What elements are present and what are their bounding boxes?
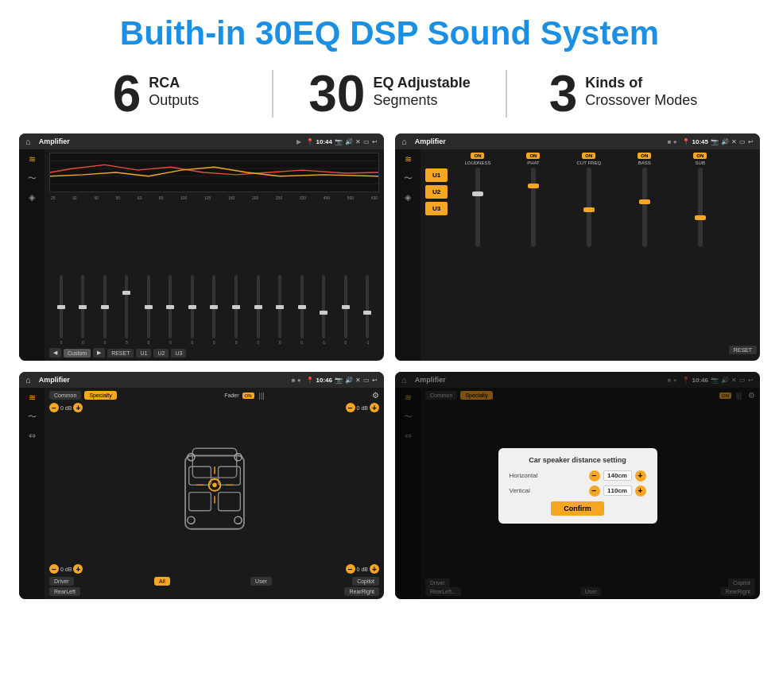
eq-freq-labels: 25 32 40 50 63 80 100 125 160 200 250 32… (49, 195, 379, 200)
u1-mixer-btn[interactable]: U1 (425, 168, 448, 182)
phat-toggle[interactable]: ON (526, 153, 540, 159)
speaker-top-bar: Common Specialty Fader ON ||| ⚙ (49, 391, 379, 400)
stat-number-rca: 6 (113, 68, 141, 119)
horizontal-minus-btn[interactable]: − (589, 470, 600, 481)
play-btn[interactable]: ▶ (93, 348, 105, 358)
fl-plus-btn[interactable]: + (73, 403, 83, 412)
ch-phat: ON PHAT (508, 153, 559, 358)
sidebar-vol-icon-2[interactable]: ◈ (405, 192, 411, 203)
sidebar-expand-icon[interactable]: ⇔ (29, 431, 36, 441)
u1-btn[interactable]: U1 (136, 349, 151, 358)
eq-area: 25 32 40 50 63 80 100 125 160 200 250 32… (45, 149, 384, 361)
vertical-plus-btn[interactable]: + (635, 485, 646, 497)
horizontal-plus-btn[interactable]: + (635, 470, 646, 481)
home-icon-1[interactable]: ⌂ (25, 137, 31, 146)
bass-toggle[interactable]: ON (638, 153, 651, 159)
common-tab-3[interactable]: Common (49, 391, 81, 400)
home-icon-3[interactable]: ⌂ (25, 375, 31, 385)
eq-slider-10[interactable]: 0 (269, 275, 290, 345)
all-btn[interactable]: All (154, 577, 170, 586)
eq-slider-1[interactable]: 0 (73, 275, 94, 345)
sidebar-vol-icon[interactable]: ◈ (29, 192, 35, 203)
fl-db-value: 0 dB (60, 405, 72, 411)
close-icon-3[interactable]: ✕ (355, 377, 361, 384)
sub-toggle[interactable]: ON (693, 153, 707, 159)
specialty-tab-3[interactable]: Specialty (84, 391, 116, 400)
eq-slider-5[interactable]: 0 (161, 275, 181, 345)
home-icon-2[interactable]: ⌂ (401, 137, 407, 146)
close-icon-2[interactable]: ✕ (731, 138, 737, 145)
reset-mixer-btn[interactable]: RESET (729, 346, 757, 354)
back-icon-3[interactable]: ↩ (372, 377, 378, 384)
close-icon-1[interactable]: ✕ (355, 138, 361, 145)
sub-slider[interactable] (698, 168, 703, 247)
minimize-icon-3[interactable]: ▭ (363, 377, 370, 384)
eq-slider-11[interactable]: 0 (292, 275, 312, 345)
back-icon-2[interactable]: ↩ (748, 138, 754, 145)
screen3-content: ≋ 〜 ⇔ Common Specialty Fader ON ||| ⚙ − (19, 388, 384, 599)
prev-btn[interactable]: ◀ (49, 348, 61, 358)
minimize-icon-1[interactable]: ▭ (363, 138, 370, 145)
reset-btn[interactable]: RESET (107, 349, 134, 358)
rl-plus-btn[interactable]: + (73, 564, 83, 574)
cutfreq-toggle[interactable]: ON (582, 153, 595, 159)
eq-slider-6[interactable]: 0 (182, 275, 203, 345)
stat-crossover: 3 Kinds of Crossover Modes (515, 68, 731, 119)
speaker-row-bottom: − 0 dB + − 0 dB + (49, 564, 379, 574)
sidebar-eq-icon[interactable]: ≋ (29, 154, 36, 164)
eq-slider-2[interactable]: 0 (95, 275, 115, 345)
eq-slider-0[interactable]: 0 (51, 275, 72, 345)
rr-minus-btn[interactable]: − (346, 564, 355, 574)
fr-db-value: 0 dB (357, 405, 368, 411)
eq-slider-8[interactable]: 0 (226, 275, 246, 345)
svg-point-14 (187, 516, 194, 524)
eq-slider-14[interactable]: -1 (357, 275, 378, 345)
copilot-btn[interactable]: Copilot (352, 577, 379, 586)
fr-plus-btn[interactable]: + (370, 403, 379, 412)
eq-slider-12[interactable]: -1 (313, 275, 334, 345)
u3-btn[interactable]: U3 (171, 349, 186, 358)
stat-eq: 30 EQ Adjustable Segments (281, 68, 498, 119)
location-icon-3: 📍 (306, 377, 314, 384)
user-btn[interactable]: User (250, 577, 272, 586)
minimize-icon-2[interactable]: ▭ (739, 138, 746, 145)
cutfreq-slider[interactable] (587, 168, 591, 247)
loudness-slider[interactable] (475, 168, 480, 247)
vertical-minus-btn[interactable]: − (589, 485, 600, 497)
fr-minus-btn[interactable]: − (346, 403, 355, 412)
sidebar-3: ≋ 〜 ⇔ (19, 388, 45, 599)
rl-minus-btn[interactable]: − (49, 564, 59, 574)
back-icon-1[interactable]: ↩ (372, 138, 378, 145)
u3-mixer-btn[interactable]: U3 (425, 202, 448, 215)
sidebar-wave-icon[interactable]: 〜 (28, 172, 37, 184)
rearleft-btn[interactable]: RearLeft (49, 587, 80, 596)
custom-btn[interactable]: Custom (64, 349, 91, 358)
u2-btn[interactable]: U2 (153, 349, 169, 358)
eq-slider-13[interactable]: 0 (335, 275, 356, 345)
eq-slider-9[interactable]: 0 (248, 275, 269, 345)
eq-slider-3[interactable]: 5 (117, 275, 138, 345)
eq-slider-4[interactable]: 0 (138, 275, 159, 345)
rearright-btn[interactable]: RearRight (344, 587, 379, 596)
u2-mixer-btn[interactable]: U2 (425, 185, 448, 199)
sidebar-wave-icon-3[interactable]: 〜 (28, 411, 37, 423)
app-title-3: Amplifier (36, 376, 287, 384)
stat-sublabel-rca: Outputs (149, 92, 199, 110)
phat-slider[interactable] (531, 168, 536, 247)
settings-icon-3[interactable]: ⚙ (372, 391, 379, 400)
sidebar-wave-icon-2[interactable]: 〜 (404, 172, 413, 184)
confirm-button[interactable]: Confirm (551, 501, 604, 516)
fader-slider[interactable]: ||| (259, 392, 265, 400)
ch-bass: ON BASS (619, 153, 670, 358)
sidebar-eq-icon-2[interactable]: ≋ (405, 154, 412, 164)
sidebar-eq-icon-3[interactable]: ≋ (29, 393, 36, 403)
fl-minus-btn[interactable]: − (49, 403, 59, 412)
bass-label: BASS (638, 160, 651, 165)
driver-btn[interactable]: Driver (49, 577, 74, 586)
bass-slider[interactable] (642, 168, 647, 247)
rr-db-value: 0 dB (357, 567, 368, 572)
eq-slider-7[interactable]: 0 (204, 275, 225, 345)
rr-plus-btn[interactable]: + (370, 564, 379, 574)
loudness-toggle[interactable]: ON (471, 153, 484, 159)
stats-row: 6 RCA Outputs 30 EQ Adjustable Segments … (0, 60, 779, 130)
